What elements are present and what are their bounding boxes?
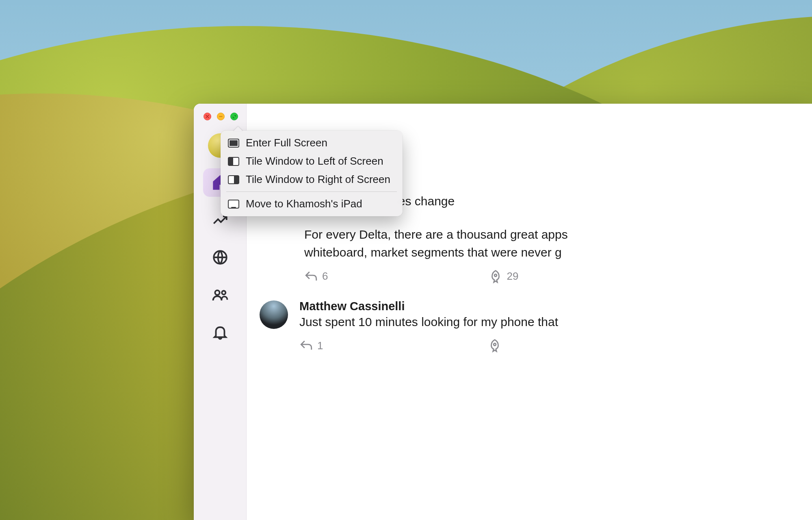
menu-item-tile-left[interactable]: Tile Window to Left of Screen [224,152,399,170]
svg-point-1 [215,290,219,295]
boost-icon [489,270,502,283]
boost-button[interactable]: 29 [489,270,518,283]
menu-item-label: Move to Khamosh's iPad [246,198,362,210]
people-icon [212,286,229,303]
boost-icon [488,339,502,352]
reply-count: 1 [317,339,323,352]
window-zoom-button[interactable] [230,113,238,120]
reply-count: 6 [322,270,328,283]
menu-item-label: Enter Full Screen [246,137,327,149]
author-avatar[interactable] [260,300,288,329]
reply-icon [299,339,313,352]
window-controls [194,109,238,129]
menu-pointer [233,126,243,131]
tile-left-icon [228,157,239,166]
menu-item-tile-right[interactable]: Tile Window to Right of Screen [224,170,399,189]
globe-icon [212,249,229,266]
bell-icon [212,324,229,341]
post-actions: 1 [299,339,808,352]
post-text-line: For every Delta, there are a thousand gr… [304,226,808,243]
device-icon [228,200,239,209]
feed-post[interactable]: Matthew Cassinelli Just spent 10 minutes… [260,300,808,353]
menu-item-label: Tile Window to Left of Screen [246,155,383,168]
post-text-line: whiteboard, market segments that were ne… [304,244,808,261]
sidebar-item-notifications[interactable] [203,318,237,346]
reply-icon [304,270,318,283]
svg-point-4 [494,344,496,346]
reply-button[interactable]: 6 [304,270,328,283]
sidebar-item-mentions[interactable] [203,281,237,309]
menu-item-enter-full-screen[interactable]: Enter Full Screen [224,134,399,152]
menu-item-move-to-device[interactable]: Move to Khamosh's iPad [224,195,399,213]
post-text-line: Just spent 10 minutes looking for my pho… [299,314,808,330]
menu-item-label: Tile Window to Right of Screen [246,173,390,186]
window-close-button[interactable] [204,113,211,120]
tile-right-icon [228,175,239,184]
author-name[interactable]: Matthew Cassinelli [299,300,808,313]
window-minimize-button[interactable] [217,113,225,120]
boost-count: 29 [507,270,518,283]
reply-button[interactable]: 1 [299,339,323,352]
window-zoom-menu: Enter Full Screen Tile Window to Left of… [221,131,403,216]
boost-button[interactable] [488,339,506,352]
fullscreen-icon [228,139,239,148]
menu-separator [226,191,397,192]
svg-point-2 [222,291,225,294]
sidebar-item-explore[interactable] [203,243,237,272]
svg-point-3 [495,274,497,276]
post-actions: 6 29 [304,270,808,283]
